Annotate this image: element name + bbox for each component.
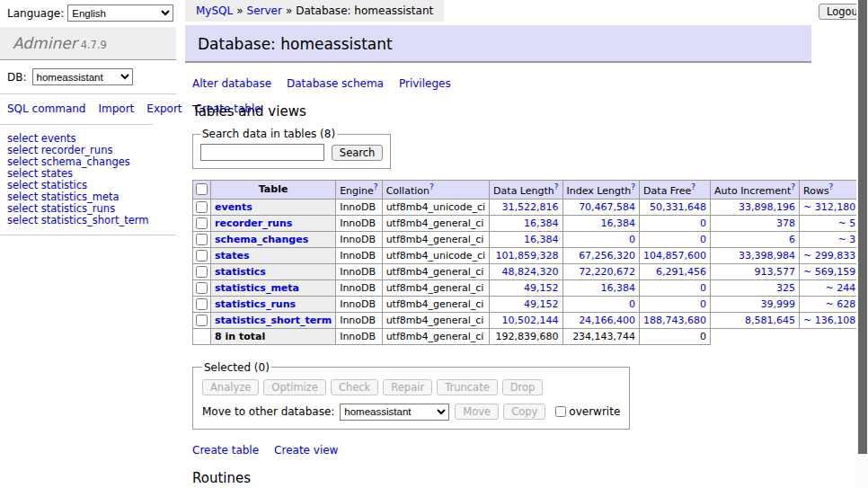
database-action-link[interactable]: Alter database: [192, 77, 271, 90]
selected-optimize-button[interactable]: Optimize: [263, 379, 326, 395]
selected-check-button[interactable]: Check: [331, 379, 378, 395]
selected-truncate-button[interactable]: Truncate: [437, 379, 498, 395]
rows-cell-link[interactable]: ~ 569,159: [803, 266, 855, 278]
scrollbar-thumb[interactable]: [858, 0, 867, 454]
data-free-cell-link[interactable]: 0: [700, 282, 706, 294]
table-name-link[interactable]: statistics_meta: [215, 282, 299, 294]
select-all-checkbox[interactable]: [196, 183, 208, 195]
row-checkbox[interactable]: [196, 250, 208, 262]
search-input[interactable]: [200, 144, 324, 161]
database-action-link[interactable]: Privileges: [399, 77, 451, 90]
auto-increment-cell-link[interactable]: 39,999: [761, 298, 796, 310]
rows-cell-link[interactable]: ~ 312,180: [803, 201, 855, 213]
index-length-cell-link[interactable]: 72,220,672: [579, 266, 635, 278]
data-free-cell-link[interactable]: 104,857,600: [643, 250, 706, 262]
data-free-cell-link[interactable]: 0: [700, 298, 706, 310]
data-free-cell-link[interactable]: 50,331,648: [650, 201, 706, 213]
sidebar-action-link[interactable]: Import: [98, 102, 134, 115]
data-length-cell-link[interactable]: 49,152: [524, 282, 559, 294]
row-checkbox[interactable]: [196, 217, 208, 229]
sidebar-action-link[interactable]: SQL command: [7, 102, 85, 115]
row-checkbox[interactable]: [196, 266, 208, 278]
auto-increment-cell-link[interactable]: 378: [776, 217, 795, 229]
data-free-cell-link[interactable]: 0: [700, 217, 706, 229]
auto-increment-cell-link[interactable]: 33,398,984: [739, 250, 795, 262]
index-length-cell-link[interactable]: 0: [629, 234, 635, 245]
scrollbar-track[interactable]: [856, 0, 868, 488]
sidebar-action-link[interactable]: Export: [146, 102, 182, 115]
selected-analyze-button[interactable]: Analyze: [202, 379, 259, 395]
data-length-cell-link[interactable]: 10,502,144: [502, 315, 559, 326]
auto-increment-cell-link[interactable]: 325: [776, 282, 795, 294]
index-length-cell: 70,467,584: [562, 199, 640, 215]
data-length-cell: 48,824,320: [490, 263, 562, 279]
data-length-cell-link[interactable]: 101,859,328: [496, 250, 559, 262]
rows-cell-link[interactable]: ~ 3: [837, 234, 855, 245]
rows-cell-link[interactable]: ~ 628: [825, 298, 855, 310]
index-length-cell-link[interactable]: 0: [629, 298, 635, 310]
data-length-cell-link[interactable]: 49,152: [524, 298, 559, 310]
table-name-link[interactable]: statistics_runs: [215, 298, 296, 310]
index-length-cell-link[interactable]: 70,467,584: [579, 201, 635, 213]
help-icon[interactable]: ?: [791, 182, 795, 191]
index-length-cell: 16,384: [562, 279, 640, 296]
collation-cell: utf8mb4_general_ci: [382, 215, 489, 231]
auto-increment-cell-link[interactable]: 33,898,196: [739, 201, 795, 213]
row-checkbox[interactable]: [196, 298, 208, 310]
auto-increment-cell-link[interactable]: 913,577: [755, 266, 796, 278]
table-name-link[interactable]: states: [215, 250, 250, 262]
data-free-cell-link[interactable]: 6,291,456: [656, 266, 706, 278]
data-length-cell-link[interactable]: 16,384: [524, 234, 559, 245]
row-checkbox[interactable]: [196, 282, 208, 294]
selected-drop-button[interactable]: Drop: [502, 379, 544, 395]
index-length-cell-link[interactable]: 16,384: [601, 282, 636, 294]
data-free-cell-link[interactable]: 0: [700, 234, 706, 245]
data-length-cell-link[interactable]: 16,384: [524, 217, 559, 229]
row-checkbox[interactable]: [196, 234, 208, 245]
language-select[interactable]: English: [67, 4, 173, 22]
rows-cell-link[interactable]: ~ 299,833: [803, 250, 855, 262]
help-icon[interactable]: ?: [631, 182, 635, 191]
data-free-cell: 104,857,600: [640, 247, 711, 263]
move-button[interactable]: Move: [455, 404, 499, 420]
table-name-link[interactable]: schema_changes: [215, 234, 308, 245]
database-action-link[interactable]: Database schema: [287, 77, 384, 90]
copy-button[interactable]: Copy: [503, 404, 545, 420]
search-button[interactable]: Search: [332, 145, 384, 161]
help-icon[interactable]: ?: [430, 182, 434, 191]
auto-increment-cell-link[interactable]: 8,581,645: [745, 315, 795, 326]
auto-increment-cell: 8,581,645: [711, 312, 800, 328]
engine-cell: InnoDB: [336, 312, 382, 328]
sidebar-select-link[interactable]: select statistics_short_term: [7, 215, 169, 226]
auto-increment-cell-link[interactable]: 6: [789, 234, 795, 245]
data-free-cell: 50,331,648: [640, 199, 711, 215]
help-icon[interactable]: ?: [374, 182, 378, 191]
selected-repair-button[interactable]: Repair: [383, 379, 432, 395]
rows-cell-link[interactable]: ~ 5: [837, 217, 855, 229]
data-length-cell-link[interactable]: 48,824,320: [502, 266, 559, 278]
overwrite-checkbox[interactable]: [555, 406, 566, 417]
index-length-cell-link[interactable]: 24,166,400: [579, 315, 635, 326]
auto-increment-cell: 6: [711, 231, 800, 247]
rows-cell: ~ 244: [800, 279, 860, 296]
help-icon[interactable]: ?: [691, 182, 695, 191]
table-name-link[interactable]: statistics_short_term: [215, 315, 332, 326]
index-length-cell-link[interactable]: 67,256,320: [579, 250, 635, 262]
table-name-link[interactable]: events: [215, 201, 252, 213]
create-link[interactable]: Create view: [274, 444, 338, 457]
table-name-link[interactable]: recorder_runs: [215, 217, 292, 229]
row-checkbox[interactable]: [196, 315, 208, 326]
row-checkbox[interactable]: [196, 201, 208, 213]
create-link[interactable]: Create table: [192, 444, 259, 457]
help-icon[interactable]: ?: [554, 182, 559, 191]
rows-cell-link[interactable]: ~ 136,108: [803, 315, 855, 326]
move-db-select[interactable]: homeassistant: [340, 404, 449, 421]
db-select[interactable]: homeassistant: [32, 68, 133, 85]
data-free-cell-link[interactable]: 188,743,680: [643, 315, 706, 326]
index-length-cell-link[interactable]: 16,384: [601, 217, 636, 229]
rows-cell-link[interactable]: ~ 244: [825, 282, 855, 294]
row-check-cell: [193, 296, 211, 312]
data-length-cell-link[interactable]: 31,522,816: [502, 201, 559, 213]
help-icon[interactable]: ?: [829, 182, 834, 191]
table-name-link[interactable]: statistics: [215, 266, 266, 278]
